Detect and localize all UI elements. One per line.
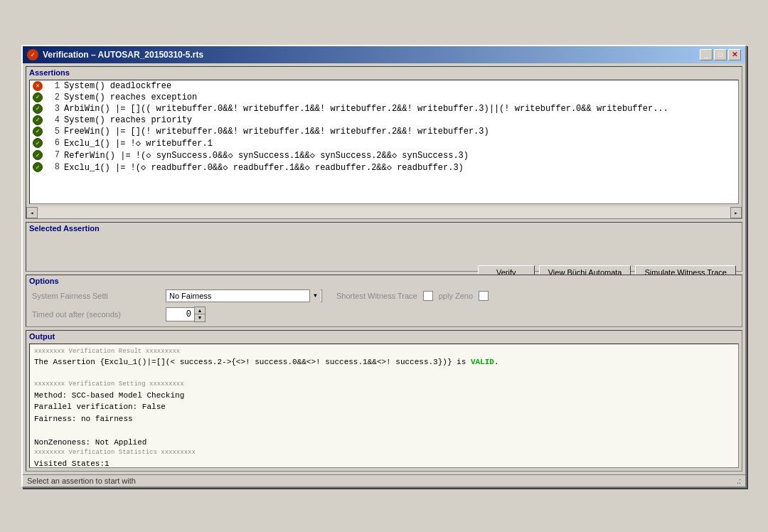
- assertion-number: 2: [46, 92, 60, 102]
- options-label: Options: [26, 275, 742, 287]
- check-icon: ✓: [33, 127, 43, 137]
- table-row[interactable]: ✓2System() reaches exception: [30, 92, 738, 103]
- scroll-right-button[interactable]: ▸: [730, 207, 742, 218]
- spinbox-up-button[interactable]: ▲: [195, 307, 205, 314]
- output-section: Output xxxxxxxx Verification Result xxxx…: [26, 330, 742, 472]
- output-body[interactable]: xxxxxxxx Verification Result xxxxxxxxxTh…: [29, 344, 739, 468]
- output-label: Output: [26, 331, 742, 342]
- shortest-witness-checkbox[interactable]: [423, 291, 433, 301]
- list-item: [34, 368, 734, 381]
- check-icon: ✓: [33, 150, 43, 160]
- assertion-number: 3: [46, 104, 60, 114]
- close-button[interactable]: ✕: [728, 49, 741, 60]
- title-buttons: _ □ ✕: [700, 49, 741, 60]
- assertions-section: Assertions ✕1System() deadlockfree✓2Syst…: [26, 66, 742, 219]
- assertion-text: System() reaches priority: [64, 115, 192, 125]
- list-item: Fairness: no fairness: [34, 413, 734, 425]
- scroll-track[interactable]: [38, 207, 730, 218]
- timeout-spinbox: 0 ▲ ▼: [166, 307, 206, 322]
- scroll-left-button[interactable]: ◂: [26, 207, 38, 218]
- list-item: Visited States:1: [34, 458, 734, 468]
- assertion-text: Exclu_1() |= !(◇ readbuffer.0&&◇ readbuf…: [64, 162, 464, 173]
- zeno-checkbox[interactable]: [479, 291, 489, 301]
- list-item: NonZenoness: Not Applied: [34, 437, 734, 449]
- table-row[interactable]: ✓6Exclu_1() |= !◇ writebuffer.1: [30, 137, 738, 149]
- assertion-text: Exclu_1() |= !◇ writebuffer.1: [64, 138, 213, 149]
- selected-assertion-label: Selected Assertion: [26, 223, 742, 234]
- timeout-input[interactable]: 0: [166, 307, 194, 321]
- check-icon: ✓: [33, 104, 43, 114]
- status-text: Select an assertion to start with: [27, 477, 136, 485]
- horizontal-scrollbar[interactable]: ◂ ▸: [26, 207, 742, 218]
- zeno-label: pply Zeno: [439, 292, 473, 300]
- list-item: xxxxxxxx Verification Result xxxxxxxxx: [34, 347, 734, 357]
- assertion-text: FreeWin() |= [](! writebuffer.0&&! write…: [64, 127, 489, 137]
- table-row[interactable]: ✓8Exclu_1() |= !(◇ readbuffer.0&&◇ readb…: [30, 161, 738, 174]
- spinbox-down-button[interactable]: ▼: [195, 314, 205, 321]
- list-item: Method: SCC-based Model Checking: [34, 390, 734, 402]
- table-row[interactable]: ✓5FreeWin() |= [](! writebuffer.0&&! wri…: [30, 126, 738, 137]
- assertion-text: ArbiWin() |= [](( writebuffer.0&&! write…: [64, 104, 668, 114]
- fairness-select[interactable]: No FairnessWeak FairnessStrong Fairness: [166, 289, 322, 302]
- check-icon: ✓: [33, 115, 43, 125]
- assertion-number: 1: [46, 81, 60, 91]
- fairness-label: System Fairness Setti: [32, 292, 160, 300]
- list-item: xxxxxxxx Verification Setting xxxxxxxxx: [34, 380, 734, 390]
- table-row[interactable]: ✓3ArbiWin() |= [](( writebuffer.0&&! wri…: [30, 103, 738, 115]
- error-icon: ✕: [33, 81, 43, 91]
- assertions-label: Assertions: [26, 67, 742, 78]
- fairness-row: System Fairness Setti No FairnessWeak Fa…: [32, 289, 736, 302]
- title-bar: ✓ Verification – AUTOSAR_20150310-5.rts …: [23, 46, 745, 63]
- fairness-select-wrapper: No FairnessWeak FairnessStrong Fairness …: [166, 289, 322, 302]
- assertions-list[interactable]: ✕1System() deadlockfree✓2System() reache…: [29, 80, 739, 204]
- assertion-number: 5: [46, 127, 60, 137]
- table-row[interactable]: ✓4System() reaches priority: [30, 115, 738, 126]
- window-title: Verification – AUTOSAR_20150310-5.rts: [43, 50, 203, 60]
- assertion-number: 4: [46, 115, 60, 125]
- list-item: xxxxxxxx Verification Statistics xxxxxxx…: [34, 448, 734, 458]
- timeout-row: Timed out after (seconds) 0 ▲ ▼: [32, 307, 736, 322]
- title-bar-left: ✓ Verification – AUTOSAR_20150310-5.rts: [27, 49, 203, 60]
- window-icon: ✓: [27, 49, 38, 60]
- assertion-text: System() reaches exception: [64, 92, 197, 102]
- options-body: System Fairness Setti No FairnessWeak Fa…: [26, 287, 742, 326]
- options-section: Options System Fairness Setti No Fairnes…: [26, 275, 742, 327]
- main-window: ✓ Verification – AUTOSAR_20150310-5.rts …: [21, 45, 747, 488]
- assertion-number: 8: [46, 162, 60, 172]
- list-item: The Assertion {Exclu_1()|=[](< success.2…: [34, 356, 734, 368]
- maximize-button[interactable]: □: [714, 49, 727, 60]
- table-row[interactable]: ✕1System() deadlockfree: [30, 80, 738, 92]
- assertion-text: ReferWin() |= !(◇ synSuccess.0&&◇ synSuc…: [64, 150, 469, 161]
- assertion-number: 7: [46, 150, 60, 160]
- assertion-text: System() deadlockfree: [64, 81, 171, 91]
- assertion-number: 6: [46, 138, 60, 148]
- status-bar: Select an assertion to start with .:: [23, 474, 745, 486]
- valid-badge: VALID: [471, 358, 494, 366]
- list-item: Parallel verification: False: [34, 401, 734, 413]
- check-icon: ✓: [33, 162, 43, 172]
- table-row[interactable]: ✓7ReferWin() |= !(◇ synSuccess.0&&◇ synS…: [30, 149, 738, 161]
- selected-assertion-section: Selected Assertion Verify View Büchi Aut…: [26, 222, 742, 272]
- timeout-label: Timed out after (seconds): [32, 310, 160, 319]
- spinbox-buttons: ▲ ▼: [194, 307, 206, 322]
- check-icon: ✓: [33, 138, 43, 148]
- list-item: [34, 425, 734, 437]
- window-body: Assertions ✕1System() deadlockfree✓2Syst…: [23, 63, 745, 474]
- check-icon: ✓: [33, 92, 43, 102]
- status-suffix: .:: [737, 477, 741, 485]
- minimize-button[interactable]: _: [700, 49, 713, 60]
- witness-label: Shortest Witness Trace: [336, 292, 417, 300]
